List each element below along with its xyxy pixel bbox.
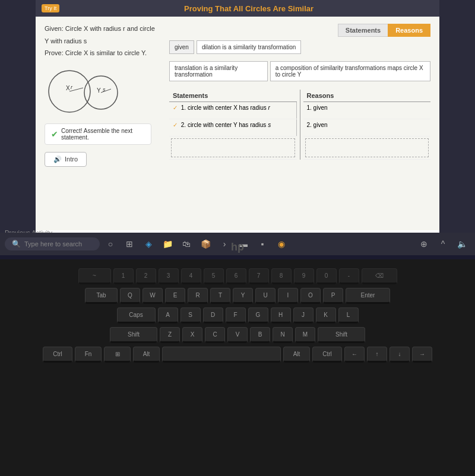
key-space[interactable] xyxy=(162,347,281,363)
key-arrow-right[interactable]: → xyxy=(412,347,432,363)
key-1[interactable]: 1 xyxy=(113,268,134,284)
intro-button[interactable]: 🔊 Intro xyxy=(45,152,87,167)
key-z[interactable]: Z xyxy=(160,327,180,343)
key-shift-left[interactable]: Shift xyxy=(110,327,157,343)
taskbar-dropbox-icon[interactable]: 📦 xyxy=(197,236,214,252)
taskbar-app2-icon[interactable]: ▪ xyxy=(254,236,271,252)
success-text: Correct! Assemble the next statement. xyxy=(61,128,145,141)
key-7[interactable]: 7 xyxy=(249,268,269,284)
key-j[interactable]: J xyxy=(293,307,314,323)
key-g[interactable]: G xyxy=(248,307,268,323)
taskbar-chrome-icon[interactable]: ◉ xyxy=(273,236,290,252)
left-panel: Given: Circle X with radius r and circle… xyxy=(45,24,163,167)
key-arrow-down[interactable]: ↓ xyxy=(390,347,410,363)
key-9[interactable]: 9 xyxy=(294,268,314,284)
reason-1: 1. given xyxy=(303,102,431,119)
key-ctrl-left[interactable]: Ctrl xyxy=(43,347,72,363)
taskbar-store-icon[interactable]: 🛍 xyxy=(178,236,195,252)
key-arrow-up[interactable]: ↑ xyxy=(367,347,387,363)
key-2[interactable]: 2 xyxy=(136,268,156,284)
reasons-tab[interactable]: Reasons xyxy=(388,24,430,37)
key-f[interactable]: F xyxy=(226,307,246,323)
key-s[interactable]: S xyxy=(180,307,201,323)
tray-chevron[interactable]: ^ xyxy=(435,236,451,252)
key-n[interactable]: N xyxy=(273,327,293,343)
key-arrow-left[interactable]: ← xyxy=(344,347,365,363)
reasons-header: Reasons xyxy=(303,90,431,102)
key-b[interactable]: B xyxy=(250,327,270,343)
tray-icon1[interactable]: ⊕ xyxy=(416,236,432,252)
stmt2-text: 2. circle with center Y has radius s xyxy=(181,122,271,128)
svg-text:Y: Y xyxy=(97,87,101,94)
key-minus[interactable]: - xyxy=(339,268,359,284)
key-tab[interactable]: Tab xyxy=(85,288,118,304)
taskbar-circle-icon[interactable]: ○ xyxy=(102,236,119,252)
key-w[interactable]: W xyxy=(142,288,163,304)
reason-2: 2. given xyxy=(303,119,431,136)
key-o[interactable]: O xyxy=(300,288,321,304)
taskbar-arrow-icon[interactable]: › xyxy=(216,236,233,252)
tab-area: Statements Reasons xyxy=(169,24,430,37)
statements-tab[interactable]: Statements xyxy=(338,24,388,37)
drag-item-given[interactable]: given xyxy=(169,40,194,54)
drag-item-dilation[interactable]: dilation is a similarity transformation xyxy=(197,40,301,54)
key-u[interactable]: U xyxy=(255,288,276,304)
statement-1: ✓ 1. circle with center X has radius r xyxy=(169,102,297,119)
bottom-row: Ctrl Fn ⊞ Alt Alt Ctrl ← ↑ ↓ → xyxy=(43,347,432,363)
taskbar-edge-icon[interactable]: ◈ xyxy=(140,236,157,252)
key-r[interactable]: R xyxy=(188,288,208,304)
key-8[interactable]: 8 xyxy=(271,268,292,284)
reasons-column: Reasons 1. given xyxy=(300,90,431,160)
key-5[interactable]: 5 xyxy=(204,268,224,284)
statements-column: Statements ✓ 1. circle with center X has… xyxy=(169,90,300,160)
laptop-screen: 🎧 ▦ ▩ Try It Proving That All Circles Ar… xyxy=(0,0,475,255)
drag-items-area2: translation is a similarity transformati… xyxy=(169,61,430,84)
key-y[interactable]: Y xyxy=(233,288,253,304)
taskbar-folder-icon[interactable]: 📁 xyxy=(159,236,176,252)
key-c[interactable]: C xyxy=(205,327,225,343)
key-backtick[interactable]: ~ xyxy=(78,268,111,284)
drag-item-translation[interactable]: translation is a similarity transformati… xyxy=(169,61,268,81)
table-row: 1. given xyxy=(303,102,431,119)
key-caps[interactable]: Caps xyxy=(117,307,156,323)
key-m[interactable]: M xyxy=(295,327,315,343)
key-0[interactable]: 0 xyxy=(316,268,337,284)
zxcv-row: Shift Z X C V B N M Shift xyxy=(110,327,365,343)
search-box[interactable]: 🔍 Type here to search xyxy=(5,237,100,250)
key-t[interactable]: T xyxy=(210,288,230,304)
key-alt-right[interactable]: Alt xyxy=(283,347,310,363)
key-l[interactable]: L xyxy=(338,307,359,323)
key-4[interactable]: 4 xyxy=(181,268,201,284)
taskbar-grid-icon[interactable]: ⊞ xyxy=(121,236,138,252)
key-x[interactable]: X xyxy=(182,327,202,343)
key-i[interactable]: I xyxy=(278,288,298,304)
table-row: 2. given xyxy=(303,119,431,137)
try-it-badge: Try It xyxy=(42,4,59,12)
key-ctrl-right[interactable]: Ctrl xyxy=(312,347,342,363)
tray-volume[interactable]: 🔈 xyxy=(454,236,470,252)
statements-header: Statements xyxy=(169,90,297,102)
key-p[interactable]: P xyxy=(323,288,343,304)
reason-3-empty[interactable] xyxy=(305,138,429,157)
key-q[interactable]: Q xyxy=(120,288,140,304)
key-k[interactable]: K xyxy=(316,307,336,323)
key-6[interactable]: 6 xyxy=(226,268,246,284)
key-fn[interactable]: Fn xyxy=(75,347,102,363)
drag-item-composition[interactable]: a composition of similarity transformati… xyxy=(270,61,430,81)
success-message: ✔ Correct! Assemble the next statement. xyxy=(45,123,151,145)
key-h[interactable]: H xyxy=(271,307,291,323)
key-alt-left[interactable]: Alt xyxy=(133,347,160,363)
search-placeholder: Type here to search xyxy=(24,240,82,247)
key-v[interactable]: V xyxy=(227,327,248,343)
right-panel: Statements Reasons given dilation is a s… xyxy=(169,24,430,167)
key-win[interactable]: ⊞ xyxy=(104,347,131,363)
key-e[interactable]: E xyxy=(165,288,185,304)
key-enter[interactable]: Enter xyxy=(346,288,390,304)
statement-3-empty[interactable] xyxy=(171,138,295,157)
key-a[interactable]: A xyxy=(158,307,178,323)
key-3[interactable]: 3 xyxy=(159,268,179,284)
key-shift-right[interactable]: Shift xyxy=(318,327,365,343)
key-backspace[interactable]: ⌫ xyxy=(362,268,397,284)
key-d[interactable]: D xyxy=(203,307,223,323)
header-bar: Try It Proving That All Circles Are Simi… xyxy=(36,0,439,17)
